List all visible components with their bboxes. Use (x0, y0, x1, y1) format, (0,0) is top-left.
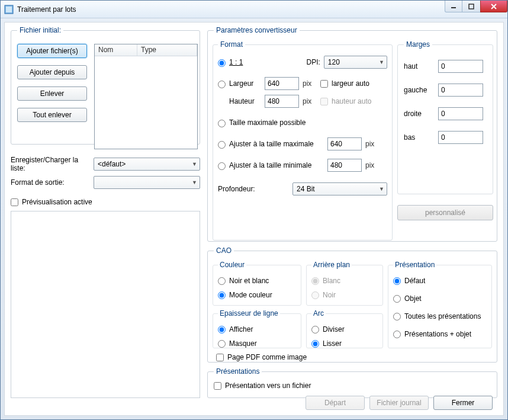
presentation-legend: Présentation (393, 261, 436, 269)
converter-params-group: Paramètres convertisseur Format 1 : 1 DP… (207, 26, 497, 242)
svg-rect-3 (469, 4, 474, 9)
depth-label: Profondeur: (218, 185, 289, 193)
remove-button[interactable]: Enlever (17, 86, 87, 101)
preview-checkbox-label: Prévisualisation active (22, 198, 92, 206)
preview-checkbox[interactable] (11, 198, 18, 206)
background-group: Arrière plan Blanc Noir (306, 261, 383, 306)
save-load-row: Enregister/Charger la liste: <défaut> ▼ (11, 150, 200, 178)
pix-unit: pix (303, 97, 317, 105)
save-load-combo[interactable]: <défaut> ▼ (94, 158, 200, 171)
file-list[interactable]: Nom Type (94, 44, 198, 149)
custom-button: personnalisé (397, 205, 493, 220)
close-dialog-button[interactable]: Fermer (433, 396, 493, 410)
start-button: Départ (306, 396, 365, 410)
pres-object-label: Objet (404, 294, 422, 303)
presentation-to-file-checkbox[interactable] (214, 382, 221, 390)
column-name[interactable]: Nom (95, 44, 137, 56)
bw-radio[interactable] (218, 277, 226, 285)
margin-left-input[interactable] (438, 84, 483, 97)
pdf-as-image-label: Page PDF comme image (227, 353, 307, 361)
margins-group: Marges haut gauche droite bas (397, 40, 493, 194)
app-icon (4, 5, 14, 14)
margins-legend: Marges (404, 40, 432, 49)
color-mode-radio[interactable] (218, 291, 226, 299)
add-files-button[interactable]: Ajouter fichier(s) (17, 44, 87, 58)
ratio-1-1-radio[interactable] (218, 59, 226, 67)
maximize-button[interactable] (462, 1, 480, 12)
svg-rect-1 (6, 7, 12, 12)
footer: Départ Fichier journal Fermer (5, 390, 503, 415)
arc-smooth-label: Lisser (323, 339, 342, 348)
auto-width-checkbox[interactable] (320, 80, 328, 88)
add-from-button[interactable]: Ajouter depuis (17, 65, 87, 79)
cao-group: CAO Couleur Noir et blanc Mode couleur A… (207, 246, 497, 363)
linew-hide-label: Masquer (229, 339, 257, 348)
arc-group: Arc Diviser Lisser (306, 309, 383, 348)
cao-legend: CAO (214, 246, 234, 255)
bg-black-label: Noir (323, 291, 336, 299)
margin-top-input[interactable] (438, 60, 483, 73)
preview-checkbox-row: Prévisualisation active (11, 198, 92, 206)
presentation-group: Présentation Défaut Objet Toutes les pré… (388, 261, 492, 348)
titlebar: Traitement par lots (1, 1, 507, 18)
bw-label: Noir et blanc (229, 277, 269, 285)
arc-divide-radio[interactable] (311, 326, 319, 334)
fit-min-radio[interactable] (218, 162, 226, 170)
close-button[interactable] (480, 1, 507, 12)
margin-bottom-label: bas (404, 133, 433, 142)
margin-bottom-input[interactable] (438, 131, 483, 144)
pres-default-radio[interactable] (393, 277, 401, 285)
save-load-value: <défaut> (98, 160, 126, 168)
fit-max-radio[interactable] (218, 141, 226, 149)
column-type[interactable]: Type (137, 44, 197, 56)
max-possible-radio[interactable] (218, 120, 226, 127)
fit-max-input[interactable] (327, 137, 362, 150)
color-legend: Couleur (218, 261, 246, 269)
linewidth-group: Epaisseur de ligne Afficher Masquer (213, 309, 301, 348)
pres-all-label: Toutes les présentations (404, 312, 481, 320)
presentations-legend: Présentations (214, 367, 262, 376)
max-possible-label: Taille maximale possible (229, 118, 306, 127)
pres-all-radio[interactable] (393, 313, 401, 320)
bg-white-radio (311, 277, 319, 285)
width-input[interactable] (265, 77, 299, 90)
presentation-to-file-label: Présentation vers un fichier (225, 381, 311, 390)
margin-top-label: haut (404, 62, 433, 70)
pix-unit: pix (365, 140, 380, 148)
arc-smooth-radio[interactable] (311, 340, 319, 348)
fit-max-label: Ajuster à la taille maximale (229, 140, 324, 148)
height-label: Hauteur (229, 97, 261, 105)
margin-right-label: droite (404, 110, 433, 118)
minimize-button[interactable] (445, 1, 462, 12)
format-group: Format 1 : 1 DPI: 120 ▼ Largeur pix (213, 40, 393, 241)
height-input[interactable] (265, 95, 299, 108)
auto-height-label: hauteur auto (332, 97, 371, 105)
pres-object-radio[interactable] (393, 295, 401, 303)
pres-all-obj-radio[interactable] (393, 331, 401, 338)
bg-black-radio (311, 291, 319, 299)
margin-right-input[interactable] (438, 107, 483, 120)
chevron-down-icon: ▼ (192, 161, 197, 167)
linew-hide-radio[interactable] (218, 340, 226, 348)
bg-white-label: Blanc (323, 277, 340, 285)
minimize-icon (451, 4, 456, 9)
linewidth-legend: Epaisseur de ligne (218, 309, 280, 318)
chevron-down-icon: ▼ (192, 179, 197, 185)
pix-unit: pix (365, 161, 380, 169)
output-format-combo[interactable]: ▼ (94, 176, 200, 189)
chevron-down-icon: ▼ (379, 59, 384, 65)
size-radio[interactable] (218, 81, 226, 88)
background-legend: Arrière plan (311, 261, 352, 269)
content-area: Fichier initial: Ajouter fichier(s) Ajou… (4, 22, 504, 416)
window-title: Traitement par lots (17, 5, 445, 14)
dpi-combo[interactable]: 120 ▼ (324, 56, 387, 69)
depth-combo[interactable]: 24 Bit ▼ (292, 182, 387, 195)
auto-height-checkbox (320, 98, 328, 105)
save-load-label: Enregister/Charger la liste: (11, 156, 94, 172)
remove-all-button[interactable]: Tout enlever (17, 108, 87, 122)
log-button: Fichier journal (369, 396, 429, 410)
fit-min-input[interactable] (327, 159, 362, 172)
pres-all-obj-label: Présentations + objet (404, 330, 471, 338)
pdf-as-image-checkbox[interactable] (216, 354, 224, 361)
linew-show-radio[interactable] (218, 326, 226, 334)
